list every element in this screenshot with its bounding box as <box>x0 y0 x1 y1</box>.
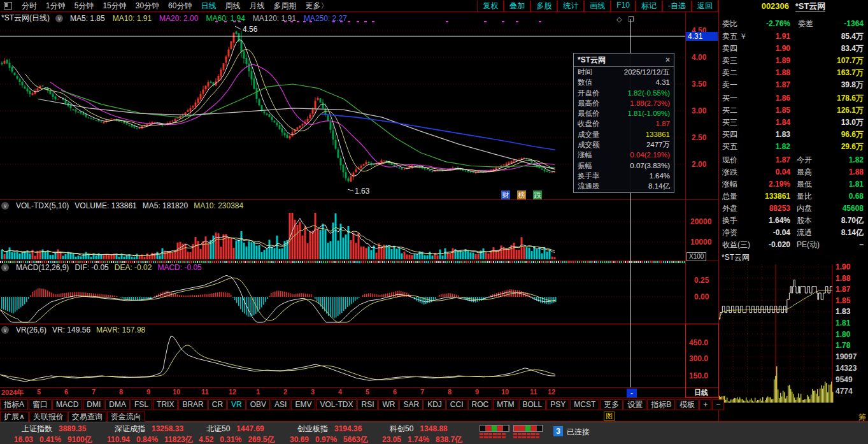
indicator-tab-PSY[interactable]: PSY <box>546 399 569 410</box>
indicator-tab-SAR[interactable]: SAR <box>399 399 423 410</box>
date-label: 6 <box>64 388 68 396</box>
sell-queue: 卖五 ￥1.9185.4万卖四1.9083.4万卖三1.89107.7万卖二1.… <box>719 31 868 91</box>
toolbar-button--自选[interactable]: -自选 <box>662 1 692 11</box>
vol-ma10: MA10: 230384 <box>194 201 243 210</box>
indicator-tab-模板[interactable]: 模板 <box>676 399 699 410</box>
svg-text:2.50: 2.50 <box>692 133 707 142</box>
index-quote-北证50[interactable]: 北证501447.694.520.31%269.5亿 <box>199 424 294 444</box>
buy-row-买四[interactable]: 买四1.8396.6万 <box>719 129 868 141</box>
toolbar-button-复权[interactable]: 复权 <box>477 1 504 11</box>
extend-tab-交易查询[interactable]: 交易查询 <box>68 412 106 422</box>
toolbar-button-统计[interactable]: 统计 <box>557 1 584 11</box>
indicator-tab-KDJ[interactable]: KDJ <box>423 399 446 410</box>
indicator-tab-OBV[interactable]: OBV <box>246 399 270 410</box>
indicator-tab-WR[interactable]: WR <box>378 399 399 410</box>
indicator-tab-DMI[interactable]: DMI <box>83 399 104 410</box>
toolbar-button-叠加[interactable]: 叠加 <box>504 1 530 11</box>
sell-row-卖二[interactable]: 卖二1.88163.7万 <box>719 67 868 79</box>
symbol-header[interactable]: 002306 *ST云网 <box>719 1 868 12</box>
index-quote-上证指数[interactable]: 上证指数3889.3516.030.41%9100亿 <box>14 424 110 444</box>
divider <box>0 397 718 398</box>
indicator-tab-指标B[interactable]: 指标B <box>647 399 675 410</box>
signal-badge-榜[interactable]: 榜 <box>517 190 526 199</box>
buy-row-买三[interactable]: 买三1.8413.0万 <box>719 117 868 129</box>
indicator-tab-DMA[interactable]: DMA <box>105 399 130 410</box>
index-quote-科创50[interactable]: 科创501348.8823.051.74%838.7亿 <box>382 424 478 444</box>
indicator-tab-ROC[interactable]: ROC <box>468 399 493 410</box>
index-quote-创业板指[interactable]: 创业板指3194.3630.690.97%5663亿 <box>290 424 385 444</box>
buy-row-买一[interactable]: 买一1.86178.6万 <box>719 92 868 104</box>
menu-item-多周期[interactable]: 多周期 <box>269 1 301 11</box>
menu-item-30分钟[interactable]: 30分钟 <box>131 1 164 11</box>
signal-badge-跌[interactable]: 跌 <box>533 190 542 199</box>
sell-row-卖三[interactable]: 卖三1.89107.7万 <box>719 55 868 67</box>
menu-item-月线[interactable]: 月线 <box>245 1 269 11</box>
indicator-tab-MCST[interactable]: MCST <box>570 399 599 410</box>
toolbar-button-标记[interactable]: 标记 <box>636 1 662 11</box>
indicator-tab-BRAR[interactable]: BRAR <box>178 399 207 410</box>
index-quote-深证成指[interactable]: 深证成指13258.33110.940.84%11823亿 <box>107 424 203 444</box>
menu-item-15分钟[interactable]: 15分钟 <box>98 1 131 11</box>
indicator-tab-指标A[interactable]: 指标A <box>0 399 28 410</box>
intraday-title[interactable]: *ST云网 <box>722 252 750 263</box>
indicator-tab-MACD[interactable]: MACD <box>52 399 82 410</box>
indicator-tab-BOLL[interactable]: BOLL <box>519 399 546 410</box>
indicator-tab-MTM[interactable]: MTM <box>493 399 518 410</box>
menu-item-日线[interactable]: 日线 <box>196 1 220 11</box>
buy-row-买五[interactable]: 买五1.8229.6万 <box>719 141 868 153</box>
diamond-icon[interactable]: ◇ <box>616 15 622 24</box>
toolbar-button-多股[interactable]: 多股 <box>530 1 557 11</box>
ma-label: MA10: 1.91 <box>113 14 152 23</box>
menu-item-5分钟[interactable]: 5分钟 <box>70 1 99 11</box>
indicator-tab-VR[interactable]: VR <box>227 399 246 410</box>
period-label[interactable]: 日线 <box>694 388 708 397</box>
indicator-tab-−[interactable]: − <box>712 399 724 410</box>
menu-item-1分钟[interactable]: 1分钟 <box>41 1 70 11</box>
indicator-tab-VOL-TDX[interactable]: VOL-TDX <box>316 399 357 410</box>
toolbar-button-画线[interactable]: 画线 <box>584 1 611 11</box>
indicator-tab-RSI[interactable]: RSI <box>357 399 378 410</box>
indicator-tab-EMV[interactable]: EMV <box>291 399 315 410</box>
macd-header: ∨ MACD(12,26,9) DIF: -0.05 DEA: -0.02 MA… <box>1 263 202 272</box>
indicator-tab-CCI[interactable]: CCI <box>446 399 467 410</box>
signal-badge-财[interactable]: 财 <box>501 190 510 199</box>
toolbar-button-返回[interactable]: 返回 <box>692 1 718 11</box>
connection-count-badge[interactable]: 3 <box>553 426 563 436</box>
indicator-tab-设置[interactable]: 设置 <box>623 399 646 410</box>
sell-row-卖四[interactable]: 卖四1.9083.4万 <box>719 43 868 55</box>
chevron-down-icon[interactable]: ∨ <box>55 15 63 22</box>
info-row: 外盘88253内盘45608 <box>719 203 868 215</box>
window-restore-icon[interactable]: ❐ <box>628 15 634 24</box>
indicator-tab-ASI[interactable]: ASI <box>271 399 290 410</box>
menu-item-周线[interactable]: 周线 <box>220 1 245 11</box>
indicator-tab-CR[interactable]: CR <box>208 399 227 410</box>
extend-tab-资金流向[interactable]: 资金流向 <box>107 412 145 422</box>
sell-row-卖一[interactable]: 卖一1.8739.8万 <box>719 79 868 91</box>
window-icon[interactable] <box>4 2 12 10</box>
info-row: 涨跌0.04最高1.88 <box>719 166 868 178</box>
indicator-tab-窗口[interactable]: 窗口 <box>29 399 52 410</box>
kline-info-popup: *ST云网 × 时间2025/12/12/五数值4.31开盘价1.82(-0.5… <box>573 53 674 193</box>
volume-multiplier: X100 <box>687 252 706 261</box>
ma-values: MA5: 1.85MA10: 1.91MA20: 2.00MA60: 1.94M… <box>70 14 347 23</box>
chevron-down-icon[interactable]: ∨ <box>1 326 9 334</box>
close-icon[interactable]: × <box>665 54 670 66</box>
toolbar-button-F10[interactable]: F10 <box>611 1 636 11</box>
map-badge[interactable]: 图 <box>604 412 615 421</box>
macd-value: MACD: -0.05 <box>157 263 201 272</box>
extend-tab-扩展∧[interactable]: 扩展∧ <box>0 412 29 422</box>
indicator-tab-更多[interactable]: 更多 <box>600 399 623 410</box>
menu-item-分时[interactable]: 分时 <box>17 1 41 11</box>
chevron-down-icon[interactable]: ∨ <box>1 264 9 271</box>
menu-item-更多〉[interactable]: 更多〉 <box>301 1 332 11</box>
date-label: 9 <box>146 388 150 396</box>
indicator-tab-FSL[interactable]: FSL <box>131 399 152 410</box>
chevron-down-icon[interactable]: ∨ <box>1 202 9 210</box>
menu-item-60分钟[interactable]: 60分钟 <box>164 1 196 11</box>
extend-tab-关联报价[interactable]: 关联报价 <box>29 412 68 422</box>
indicator-tab-+[interactable]: + <box>699 399 711 410</box>
sell-row-卖五[interactable]: 卖五 ￥1.9185.4万 <box>719 31 868 43</box>
indicator-tab-TRIX[interactable]: TRIX <box>153 399 178 410</box>
buy-row-买二[interactable]: 买二1.85126.1万 <box>719 104 868 117</box>
info-row: 现价1.87今开1.82 <box>719 154 868 166</box>
